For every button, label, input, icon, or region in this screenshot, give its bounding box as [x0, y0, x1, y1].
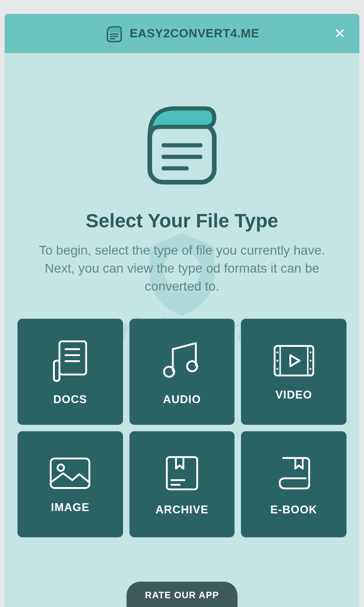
tile-label: IMAGE — [51, 501, 89, 514]
modal-window: EASY2CONVERT4.ME ✕ risk.com Select Your … — [5, 14, 359, 607]
svg-point-19 — [276, 360, 278, 362]
video-icon — [271, 342, 317, 379]
tile-label: E-BOOK — [270, 503, 317, 516]
file-type-grid: DOCS AUDIO — [18, 319, 346, 537]
ebook-icon — [273, 452, 315, 494]
svg-point-23 — [310, 368, 311, 370]
close-icon: ✕ — [334, 26, 346, 41]
svg-point-20 — [276, 368, 278, 370]
archive-icon — [161, 452, 203, 494]
svg-rect-5 — [150, 125, 214, 182]
svg-point-13 — [164, 367, 174, 377]
modal-content: risk.com Select Your File Type To begin,… — [5, 53, 359, 607]
header-title: EASY2CONVERT4.ME — [129, 26, 259, 41]
rate-app-button[interactable]: RATE OUR APP — [127, 582, 238, 607]
tile-audio[interactable]: AUDIO — [129, 319, 235, 425]
svg-point-25 — [58, 464, 64, 471]
page-title: Select Your File Type — [86, 210, 278, 232]
header-logo: EASY2CONVERT4.ME — [105, 24, 259, 43]
tile-ebook[interactable]: E-BOOK — [241, 431, 346, 537]
page-subtitle: To begin, select the type of file you cu… — [25, 241, 339, 296]
svg-rect-24 — [51, 458, 89, 488]
tile-image[interactable]: IMAGE — [18, 431, 123, 537]
svg-point-18 — [276, 351, 278, 353]
tile-docs[interactable]: DOCS — [18, 319, 123, 425]
svg-point-22 — [310, 360, 311, 362]
tile-video[interactable]: VIDEO — [241, 319, 346, 425]
svg-point-21 — [310, 351, 311, 353]
docs-icon — [49, 338, 91, 384]
tile-label: VIDEO — [276, 388, 312, 401]
tile-label: ARCHIVE — [155, 503, 208, 516]
document-large-icon — [143, 99, 221, 187]
audio-icon — [159, 338, 205, 384]
image-icon — [47, 455, 93, 492]
document-icon — [105, 24, 124, 43]
close-button[interactable]: ✕ — [334, 27, 346, 41]
tile-label: AUDIO — [163, 393, 201, 406]
svg-point-14 — [187, 361, 197, 371]
modal-header: EASY2CONVERT4.ME ✕ — [5, 14, 359, 53]
tile-archive[interactable]: ARCHIVE — [129, 431, 235, 537]
tile-label: DOCS — [53, 393, 87, 406]
svg-rect-9 — [59, 341, 86, 375]
